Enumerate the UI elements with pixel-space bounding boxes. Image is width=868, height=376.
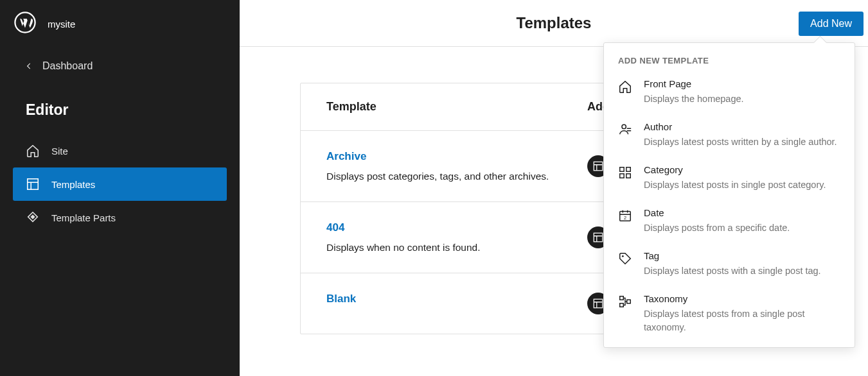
category-icon bbox=[618, 166, 632, 180]
main-content: Templates Add New Template Added by Arch… bbox=[240, 0, 868, 376]
nav-template-parts[interactable]: Template Parts bbox=[0, 201, 240, 234]
svg-rect-6 bbox=[620, 167, 624, 171]
svg-rect-7 bbox=[626, 167, 630, 171]
add-new-button[interactable]: Add New bbox=[799, 12, 864, 36]
nav-templates[interactable]: Templates bbox=[13, 167, 227, 201]
svg-text:2: 2 bbox=[624, 215, 626, 221]
diamond-icon bbox=[26, 210, 40, 225]
template-option-date[interactable]: 2 Date Displays posts from a specific da… bbox=[604, 200, 855, 243]
nav-templates-label: Templates bbox=[51, 179, 95, 190]
template-option-tag[interactable]: Tag Displays latest posts with a single … bbox=[604, 243, 855, 286]
option-title: Front Page bbox=[644, 78, 840, 89]
back-label: Dashboard bbox=[42, 60, 93, 72]
calendar-icon: 2 bbox=[618, 209, 632, 223]
home-icon bbox=[26, 144, 40, 158]
option-desc: Displays latest posts with a single post… bbox=[644, 264, 840, 278]
option-desc: Displays posts from a specific date. bbox=[644, 221, 840, 235]
svg-rect-14 bbox=[627, 300, 631, 303]
nav-site-label: Site bbox=[51, 146, 68, 157]
th-template: Template bbox=[326, 100, 587, 114]
wordpress-logo-icon bbox=[14, 12, 36, 36]
option-title: Taxonomy bbox=[644, 293, 840, 304]
layout-icon bbox=[26, 177, 40, 191]
option-title: Tag bbox=[644, 250, 840, 261]
template-desc: Displays when no content is found. bbox=[326, 242, 587, 253]
option-desc: Displays the homepage. bbox=[644, 92, 840, 106]
template-option-category[interactable]: Category Displays latest posts in single… bbox=[604, 157, 855, 200]
template-option-taxonomy[interactable]: Taxonomy Displays latest posts from a si… bbox=[604, 286, 855, 347]
option-desc: Displays latest posts from a single post… bbox=[644, 307, 840, 334]
svg-rect-15 bbox=[620, 303, 624, 307]
svg-rect-9 bbox=[626, 174, 630, 178]
author-icon bbox=[618, 123, 632, 137]
popover-heading: ADD NEW TEMPLATE bbox=[604, 43, 855, 71]
brand[interactable]: mysite bbox=[0, 12, 240, 42]
back-to-dashboard[interactable]: Dashboard bbox=[0, 42, 240, 83]
home-icon bbox=[618, 80, 632, 94]
svg-rect-1 bbox=[28, 179, 39, 190]
option-title: Author bbox=[644, 121, 840, 132]
option-title: Category bbox=[644, 164, 840, 175]
page-title: Templates bbox=[517, 14, 592, 32]
svg-point-12 bbox=[622, 255, 624, 257]
option-desc: Displays latest posts written by a singl… bbox=[644, 135, 840, 149]
option-desc: Displays latest posts in single post cat… bbox=[644, 178, 840, 192]
editor-heading: Editor bbox=[0, 83, 240, 134]
taxonomy-icon bbox=[618, 295, 632, 309]
template-link-archive[interactable]: Archive bbox=[326, 150, 587, 163]
sidebar: mysite Dashboard Editor Site Templates T… bbox=[0, 0, 240, 376]
site-name: mysite bbox=[48, 19, 75, 30]
topbar: Templates Add New bbox=[240, 0, 868, 47]
svg-rect-2 bbox=[594, 162, 603, 171]
chevron-left-icon bbox=[24, 62, 33, 71]
svg-rect-8 bbox=[620, 174, 624, 178]
template-desc: Displays post categories, tags, and othe… bbox=[326, 171, 587, 182]
option-title: Date bbox=[644, 207, 840, 218]
svg-rect-3 bbox=[594, 233, 603, 242]
add-new-template-popover: ADD NEW TEMPLATE Front Page Displays the… bbox=[603, 42, 855, 348]
svg-point-5 bbox=[622, 124, 626, 128]
tag-icon bbox=[618, 252, 632, 266]
svg-rect-4 bbox=[594, 299, 603, 308]
nav-site[interactable]: Site bbox=[0, 134, 240, 167]
template-option-author[interactable]: Author Displays latest posts written by … bbox=[604, 114, 855, 157]
template-link-404[interactable]: 404 bbox=[326, 221, 587, 234]
nav-template-parts-label: Template Parts bbox=[51, 212, 116, 223]
template-link-blank[interactable]: Blank bbox=[326, 293, 587, 305]
svg-rect-13 bbox=[620, 296, 624, 300]
template-option-front-page[interactable]: Front Page Displays the homepage. bbox=[604, 71, 855, 114]
